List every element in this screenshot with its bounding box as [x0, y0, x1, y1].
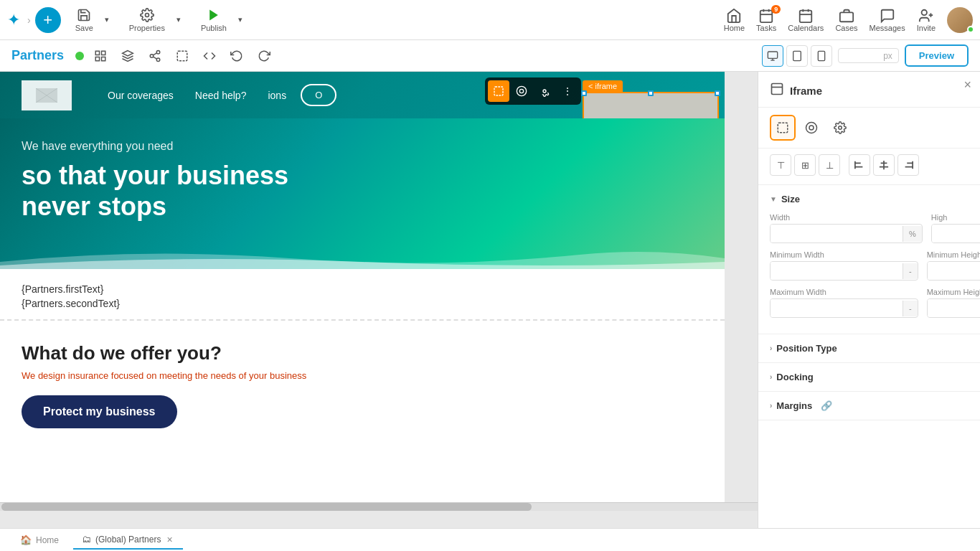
expand-arrow[interactable]: ›: [27, 14, 31, 26]
svg-rect-25: [768, 52, 777, 58]
svg-rect-17: [102, 57, 105, 60]
svg-rect-14: [95, 51, 99, 55]
min-height-input[interactable]: [928, 262, 980, 280]
tablet-viewport-button[interactable]: [786, 45, 808, 67]
max-height-field-group: Maximum Height -: [927, 288, 980, 318]
dimension-value-field[interactable]: 1400: [844, 50, 880, 61]
height-input[interactable]: 189: [932, 225, 980, 242]
page-status-indicator: [75, 52, 84, 60]
save-button[interactable]: Save: [68, 5, 100, 35]
align-center-v-button[interactable]: ⊞: [794, 154, 816, 176]
desktop-viewport-button[interactable]: [762, 45, 783, 67]
svg-rect-39: [772, 84, 783, 95]
min-width-input[interactable]: [771, 262, 903, 280]
grid-view-button[interactable]: [90, 45, 111, 67]
cases-nav-label: Cases: [835, 24, 857, 32]
max-width-field-group: Maximum Width -: [770, 288, 918, 318]
canvas-area[interactable]: Our coverages Need help? ions O: [0, 72, 758, 528]
cta-button[interactable]: Protect my business: [22, 395, 177, 428]
preview-button[interactable]: Preview: [905, 44, 969, 67]
publish-dropdown-button[interactable]: ▾: [235, 15, 245, 24]
properties-button[interactable]: Properties: [122, 5, 172, 35]
svg-rect-15: [102, 51, 105, 55]
panel-tab-layout[interactable]: [770, 115, 796, 141]
panel-close-button[interactable]: ×: [963, 77, 971, 93]
resize-handle-tm[interactable]: [648, 90, 654, 96]
avatar-online-indicator: [967, 26, 974, 33]
add-button[interactable]: +: [35, 7, 61, 33]
properties-label: Properties: [129, 24, 165, 32]
min-width-input-row: -: [770, 261, 918, 281]
template-text-2: {Partners.secondText}: [22, 298, 703, 309]
width-input[interactable]: 13.5: [771, 225, 903, 242]
messages-nav-label: Messages: [870, 24, 905, 32]
site-header: Our coverages Need help? ions O: [0, 72, 725, 118]
element-style-tool[interactable]: [511, 80, 532, 102]
tab-close-button[interactable]: ×: [165, 534, 174, 545]
min-width-field-group: Minimum Width -: [770, 250, 918, 281]
svg-rect-10: [840, 12, 853, 22]
max-height-input[interactable]: [928, 299, 980, 317]
max-height-input-row: -: [927, 298, 980, 318]
mobile-viewport-button[interactable]: [811, 45, 832, 67]
save-group: Save ▾: [68, 5, 112, 35]
align-bottom-button[interactable]: ⊥: [819, 154, 840, 176]
docking-label: Docking: [776, 372, 813, 382]
align-center-h-button[interactable]: [873, 154, 895, 176]
calendars-nav-item[interactable]: Calendars: [788, 8, 824, 32]
site-nav-cta-button[interactable]: O: [301, 84, 336, 106]
position-type-header[interactable]: › Position Type: [770, 343, 969, 354]
page-bottom-icon: 🗂: [82, 534, 91, 545]
element-settings-tool[interactable]: [534, 80, 555, 102]
publish-label: Publish: [201, 24, 227, 32]
element-select-tool[interactable]: [488, 80, 509, 102]
svg-rect-16: [95, 57, 99, 60]
invite-nav-item[interactable]: Invite: [917, 8, 936, 32]
align-top-button[interactable]: ⊤: [770, 154, 791, 176]
select-button[interactable]: [171, 45, 193, 67]
undo-button[interactable]: [226, 45, 248, 67]
code-button[interactable]: [199, 45, 220, 67]
panel-tab-settings[interactable]: [827, 115, 853, 141]
align-left-button[interactable]: [849, 154, 870, 176]
home-nav-item[interactable]: Home: [724, 8, 745, 32]
publish-button[interactable]: Publish: [194, 5, 234, 35]
margins-header[interactable]: › Margins 🔗: [770, 400, 969, 411]
size-section-header[interactable]: ▼ Size: [770, 194, 969, 204]
messages-nav-item[interactable]: Messages: [870, 8, 905, 32]
resize-handle-tl[interactable]: [581, 90, 587, 96]
position-type-label: Position Type: [776, 343, 837, 354]
save-dropdown-button[interactable]: ▾: [102, 15, 112, 24]
element-more-tool[interactable]: ⋮: [557, 80, 578, 102]
properties-dropdown-button[interactable]: ▾: [174, 15, 184, 24]
min-width-dash: -: [903, 263, 918, 279]
panel-header: Iframe: [758, 72, 980, 108]
max-width-label: Maximum Width: [770, 288, 918, 296]
avatar-container[interactable]: [947, 7, 973, 33]
home-bottom-icon: 🏠: [20, 534, 32, 545]
docking-header[interactable]: › Docking: [770, 372, 969, 382]
panel-tab-style[interactable]: [798, 115, 824, 141]
tasks-nav-item[interactable]: 9 Tasks: [756, 8, 776, 32]
max-width-input[interactable]: [771, 299, 903, 317]
redo-button[interactable]: [253, 45, 275, 67]
width-field-group: Width 13.5 %: [770, 213, 923, 243]
home-bottom-tab[interactable]: 🏠 Home: [11, 532, 67, 548]
svg-marker-18: [123, 50, 133, 56]
resize-handle-tr[interactable]: [715, 90, 720, 96]
canvas-scrollbar[interactable]: [0, 502, 758, 511]
size-section: ▼ Size Width 13.5 % High 189 px: [758, 185, 980, 334]
svg-point-11: [921, 9, 926, 14]
cases-nav-item[interactable]: Cases: [835, 8, 857, 32]
offer-title: What do we offer you?: [22, 342, 703, 364]
offer-subtitle: We design insurance focused on meeting t…: [22, 370, 703, 381]
svg-point-36: [517, 86, 526, 95]
iframe-label: < iframe: [583, 80, 623, 92]
hero-title: so that your business never stops: [22, 160, 703, 222]
align-right-button[interactable]: [897, 154, 919, 176]
publish-group: Publish ▾: [194, 5, 245, 35]
connections-button[interactable]: [144, 45, 166, 67]
layers-button[interactable]: [117, 45, 138, 67]
page-bottom-tab[interactable]: 🗂 (Global) Partners ×: [73, 531, 183, 550]
template-text-1: {Partners.firstText}: [22, 283, 703, 295]
